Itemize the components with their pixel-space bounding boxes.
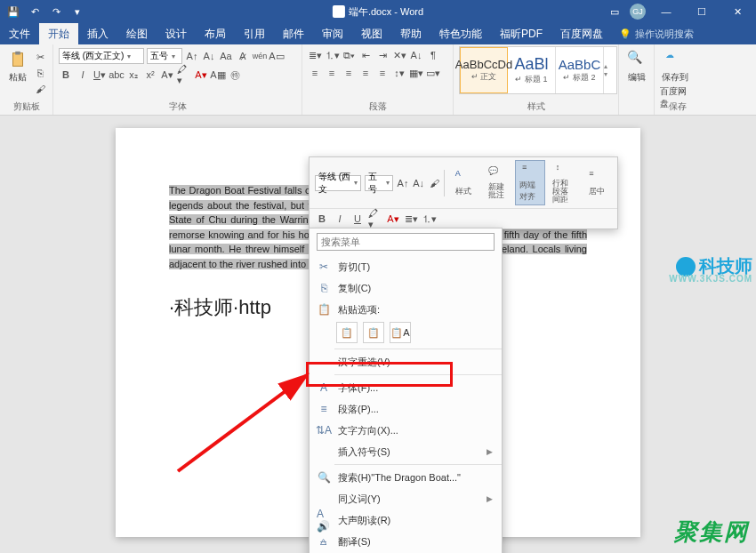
grow-font-icon[interactable]: A↑ bbox=[185, 49, 199, 63]
minimize-icon[interactable]: — bbox=[651, 0, 681, 23]
shrink-font-icon[interactable]: A↓ bbox=[202, 49, 216, 63]
char-border-icon[interactable]: A▭ bbox=[269, 49, 284, 63]
bullets-icon[interactable]: ≣▾ bbox=[308, 48, 322, 62]
menu-translate[interactable]: 🜁翻译(S) bbox=[310, 531, 502, 552]
line-spacing-icon[interactable]: ↕▾ bbox=[392, 66, 406, 80]
cut-icon[interactable]: ✂ bbox=[33, 50, 47, 64]
tab-mailings[interactable]: 邮件 bbox=[274, 23, 313, 44]
distributed-icon[interactable]: ≡ bbox=[375, 66, 390, 80]
menu-copy[interactable]: ⎘复制(C) bbox=[310, 277, 502, 299]
tab-design[interactable]: 设计 bbox=[157, 23, 196, 44]
tab-help[interactable]: 帮助 bbox=[391, 23, 430, 44]
menu-text-direction[interactable]: ⇅A文字方向(X)... bbox=[310, 420, 502, 441]
phonetic-icon[interactable]: wén bbox=[253, 49, 267, 63]
tab-foxit[interactable]: 福昕PDF bbox=[491, 23, 551, 44]
shading-icon[interactable]: ▦▾ bbox=[409, 66, 423, 80]
align-left-icon[interactable]: ≡ bbox=[308, 66, 322, 80]
increase-indent-icon[interactable]: ⇥ bbox=[375, 48, 390, 62]
menu-insert-symbol[interactable]: 插入符号(S)▶ bbox=[310, 441, 502, 462]
menu-cut[interactable]: ✂剪切(T) bbox=[310, 256, 502, 277]
undo-icon[interactable]: ↶ bbox=[25, 2, 44, 21]
paste-keep-source-icon[interactable]: 📋 bbox=[336, 322, 358, 343]
mini-justify-button[interactable]: ≡ 两端对齐 bbox=[515, 160, 545, 205]
borders-icon[interactable]: ▭▾ bbox=[426, 66, 440, 80]
change-case-icon[interactable]: Aa bbox=[219, 49, 233, 63]
menu-search-web[interactable]: 🔍搜索(H)"The Dragon Boat..." bbox=[310, 467, 502, 488]
mini-size-select[interactable]: 五号 bbox=[365, 175, 393, 191]
justify-icon[interactable]: ≡ bbox=[358, 66, 373, 80]
tab-special[interactable]: 特色功能 bbox=[430, 23, 491, 44]
mini-line-spacing-button[interactable]: ↕ 行和段落 间距 bbox=[549, 161, 579, 205]
mini-italic-icon[interactable]: I bbox=[333, 212, 347, 226]
mini-format-painter-icon[interactable]: 🖌 bbox=[428, 176, 440, 190]
highlight-icon[interactable]: 🖍▾ bbox=[177, 68, 191, 82]
underline-icon[interactable]: U▾ bbox=[92, 68, 107, 82]
mini-font-color-icon[interactable]: A▾ bbox=[386, 212, 400, 226]
close-icon[interactable]: ✕ bbox=[722, 0, 752, 23]
mini-bullets-icon[interactable]: ≣▾ bbox=[404, 212, 418, 226]
tab-baidu[interactable]: 百度网盘 bbox=[551, 23, 612, 44]
paste-merge-icon[interactable]: 📋 bbox=[363, 322, 384, 343]
redo-icon[interactable]: ↷ bbox=[46, 2, 66, 21]
qat-more-icon[interactable]: ▾ bbox=[68, 2, 87, 21]
mini-highlight-icon[interactable]: 🖍▾ bbox=[368, 212, 382, 226]
save-icon[interactable]: 💾 bbox=[4, 2, 23, 21]
align-center-icon[interactable]: ≡ bbox=[325, 66, 339, 80]
copy-icon[interactable]: ⎘ bbox=[33, 66, 47, 80]
menu-synonyms[interactable]: 同义词(Y)▶ bbox=[310, 488, 502, 509]
tab-view[interactable]: 视图 bbox=[352, 23, 391, 44]
tab-insert[interactable]: 插入 bbox=[78, 23, 117, 44]
text-effects-icon[interactable]: A▾ bbox=[160, 68, 174, 82]
tab-home[interactable]: 开始 bbox=[39, 23, 78, 44]
paste-text-only-icon[interactable]: 📋A bbox=[390, 322, 411, 343]
style-normal[interactable]: AaBbCcDd ↵ 正文 bbox=[460, 47, 508, 93]
mini-styles-button[interactable]: A 样式 bbox=[448, 167, 479, 199]
decrease-indent-icon[interactable]: ⇤ bbox=[358, 48, 373, 62]
tab-file[interactable]: 文件 bbox=[0, 23, 39, 44]
editing-button[interactable]: 🔍 编辑 bbox=[624, 46, 648, 84]
mini-shrink-font-icon[interactable]: A↓ bbox=[413, 176, 425, 190]
font-color-icon[interactable]: A▾ bbox=[194, 68, 208, 82]
italic-icon[interactable]: I bbox=[76, 68, 90, 82]
show-marks-icon[interactable]: ¶ bbox=[426, 48, 440, 62]
mini-font-select[interactable]: 等线 (西文 bbox=[315, 175, 361, 191]
clear-format-icon[interactable]: A̷ bbox=[236, 49, 250, 63]
tab-references[interactable]: 引用 bbox=[235, 23, 274, 44]
menu-read-aloud[interactable]: A🔊大声朗读(R) bbox=[310, 509, 502, 531]
font-size-select[interactable]: 五号 bbox=[147, 48, 182, 64]
font-family-select[interactable]: 等线 (西文正文) bbox=[59, 48, 144, 64]
menu-paragraph[interactable]: ≡段落(P)... bbox=[310, 398, 502, 420]
tab-review[interactable]: 审阅 bbox=[313, 23, 352, 44]
style-heading1[interactable]: AaBl ↵ 标题 1 bbox=[508, 47, 556, 93]
multilevel-icon[interactable]: ⧉▾ bbox=[342, 48, 356, 62]
mini-numbering-icon[interactable]: ⒈▾ bbox=[422, 212, 436, 226]
subscript-icon[interactable]: x₂ bbox=[126, 68, 141, 82]
numbering-icon[interactable]: ⒈▾ bbox=[325, 48, 339, 62]
paste-button[interactable]: 粘贴 bbox=[5, 46, 29, 84]
maximize-icon[interactable]: ☐ bbox=[687, 0, 717, 23]
strike-icon[interactable]: abc bbox=[109, 68, 124, 82]
mini-bold-icon[interactable]: B bbox=[315, 212, 329, 226]
sort-icon[interactable]: A↓ bbox=[409, 48, 423, 62]
mini-underline-icon[interactable]: U bbox=[350, 212, 365, 226]
align-right-icon[interactable]: ≡ bbox=[342, 66, 356, 80]
superscript-icon[interactable]: x² bbox=[143, 68, 157, 82]
bold-icon[interactable]: B bbox=[59, 68, 73, 82]
styles-gallery[interactable]: AaBbCcDd ↵ 正文 AaBl ↵ 标题 1 AaBbC ↵ 标题 2 ▴… bbox=[459, 46, 617, 94]
char-shading-icon[interactable]: A▦ bbox=[211, 68, 225, 82]
style-heading2[interactable]: AaBbC ↵ 标题 2 bbox=[556, 47, 604, 93]
asian-layout-icon[interactable]: ✕▾ bbox=[392, 48, 406, 62]
tab-draw[interactable]: 绘图 bbox=[117, 23, 157, 44]
styles-more-icon[interactable]: ▴▾ bbox=[604, 47, 616, 93]
tab-layout[interactable]: 布局 bbox=[196, 23, 235, 44]
user-avatar[interactable]: GJ bbox=[630, 4, 646, 20]
ribbon-display-icon[interactable]: ▭ bbox=[605, 2, 624, 21]
menu-hanzi-reselect[interactable]: 汉字重选(V) bbox=[310, 351, 502, 373]
mini-grow-font-icon[interactable]: A↑ bbox=[397, 176, 409, 190]
mini-center-button[interactable]: ≡ 居中 bbox=[582, 167, 612, 199]
tell-me-search[interactable]: 💡 操作说明搜索 bbox=[619, 23, 694, 44]
mini-new-comment-button[interactable]: 💬 新建 批注 bbox=[481, 164, 511, 201]
enclose-char-icon[interactable]: ㊕ bbox=[228, 68, 242, 82]
menu-font[interactable]: A字体(F)... bbox=[310, 377, 502, 398]
menu-search-input[interactable] bbox=[317, 233, 495, 251]
